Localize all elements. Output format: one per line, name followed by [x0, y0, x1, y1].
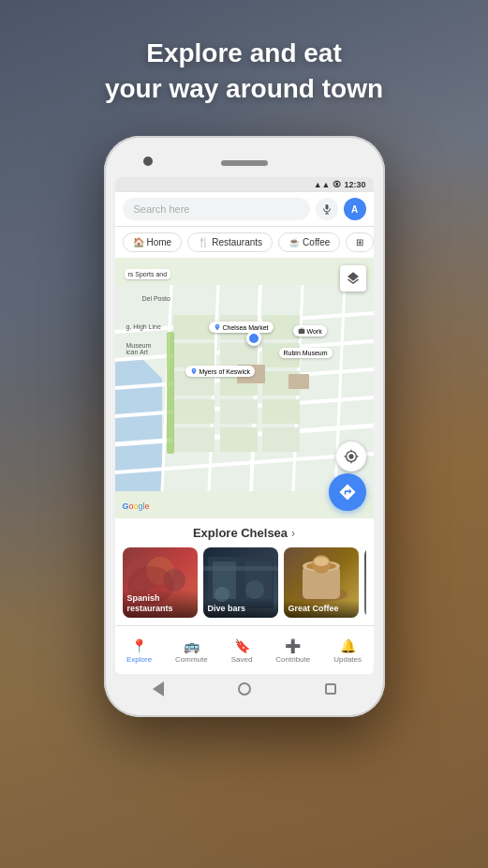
svg-rect-39: [203, 566, 278, 571]
layers-button[interactable]: [340, 265, 366, 292]
saved-nav-icon: 🔖: [234, 638, 250, 653]
contribute-nav-icon: ➕: [285, 638, 301, 653]
location-button[interactable]: [336, 441, 366, 471]
saved-nav-label: Saved: [231, 655, 253, 664]
search-placeholder: Search here: [134, 203, 190, 215]
svg-rect-23: [173, 399, 214, 424]
bottom-nav: 📍 Explore 🚌 Commute 🔖 Saved ➕ Contribute…: [115, 625, 374, 674]
updates-nav-icon: 🔔: [340, 638, 356, 653]
myers-label: Myers of Keswick: [185, 366, 255, 377]
go-button[interactable]: [329, 473, 366, 511]
more-chip-icon: ⊞: [356, 237, 363, 247]
card-spanish-label: Spanish restaurants: [123, 590, 198, 618]
nav-saved[interactable]: 🔖 Saved: [231, 638, 253, 664]
card-divebars-label: Dive bars: [203, 600, 278, 618]
headline: Explore and eat your way around town: [0, 36, 488, 107]
explore-nav-icon: 📍: [131, 638, 147, 653]
rubin-museum-label: Rubin Museum: [279, 348, 333, 358]
restaurants-chip-icon: 🍴: [198, 237, 209, 247]
phone-top: [115, 153, 374, 173]
status-bar: ▲▲ ⦿ 12:30: [115, 177, 374, 192]
coffee-chip-icon: ☕: [288, 237, 300, 247]
contribute-nav-label: Contribute: [275, 655, 310, 664]
svg-rect-27: [220, 427, 258, 452]
card-coffee-label: Great Coffee: [284, 600, 359, 618]
explore-chevron[interactable]: ›: [291, 527, 295, 540]
nav-updates[interactable]: 🔔 Updates: [333, 638, 362, 664]
signal-icon: ▲▲: [314, 180, 331, 189]
phone-camera: [143, 157, 153, 166]
chip-more[interactable]: ⊞: [346, 232, 373, 252]
map-area[interactable]: rs Sports and Del Posto g, High Line Mus…: [115, 258, 374, 518]
phone-speaker: [221, 160, 268, 166]
phone-bottom-nav: [115, 674, 374, 700]
chelsea-market-text: Chelsea Market: [223, 324, 269, 331]
svg-rect-24: [220, 399, 258, 424]
nav-contribute[interactable]: ➕ Contribute: [275, 638, 310, 664]
museum-label: Museumican Art: [123, 340, 155, 357]
svg-rect-0: [325, 204, 328, 210]
chelsea-market-label: Chelsea Market: [209, 322, 274, 333]
card-spanish-restaurants[interactable]: Spanish restaurants: [123, 547, 198, 618]
work-text: Work: [307, 328, 322, 335]
back-icon: [153, 681, 164, 696]
commute-nav-label: Commute: [175, 655, 208, 664]
chip-home-label: Home: [147, 237, 172, 247]
explore-section: Explore Chelsea › Spa: [115, 518, 374, 625]
chip-coffee-label: Coffee: [303, 237, 330, 247]
work-label: Work: [293, 325, 327, 337]
user-location-pin: [246, 331, 261, 346]
status-icons: ▲▲ ⦿ 12:30: [314, 180, 366, 189]
phone-frame: ▲▲ ⦿ 12:30 Search here A 🏠: [104, 136, 385, 717]
svg-rect-17: [220, 343, 258, 367]
card-more[interactable]: [364, 547, 366, 618]
explore-cards: Spanish restaurants Dive: [123, 547, 366, 618]
map-label-top: rs Sports and: [125, 269, 171, 279]
chip-home[interactable]: 🏠 Home: [123, 232, 183, 252]
explore-header: Explore Chelsea ›: [123, 526, 366, 540]
user-avatar[interactable]: A: [344, 198, 366, 220]
svg-rect-25: [262, 399, 300, 424]
svg-point-47: [314, 557, 329, 566]
google-watermark: Google: [123, 501, 150, 511]
explore-title: Explore Chelsea: [193, 526, 288, 540]
search-bar: Search here A: [115, 192, 374, 227]
home-button[interactable]: [236, 681, 253, 697]
headline-line2: your way around town: [0, 71, 488, 107]
nav-explore[interactable]: 📍 Explore: [126, 638, 152, 664]
svg-rect-26: [173, 427, 214, 452]
recents-icon: [325, 683, 336, 695]
search-input[interactable]: Search here: [123, 198, 310, 220]
explore-nav-label: Explore: [126, 655, 152, 664]
back-button[interactable]: [150, 681, 167, 697]
svg-rect-31: [288, 374, 309, 389]
recents-button[interactable]: [322, 681, 339, 697]
mic-button[interactable]: [316, 198, 338, 220]
nav-commute[interactable]: 🚌 Commute: [175, 638, 208, 664]
chip-restaurants-label: Restaurants: [212, 237, 262, 247]
svg-point-41: [245, 580, 264, 599]
chip-restaurants[interactable]: 🍴 Restaurants: [187, 232, 273, 252]
wifi-icon: ⦿: [333, 180, 341, 189]
home-chip-icon: 🏠: [133, 237, 144, 247]
filter-chips: 🏠 Home 🍴 Restaurants ☕ Coffee ⊞: [115, 227, 374, 258]
time-display: 12:30: [344, 180, 365, 189]
high-line-label: g, High Line: [123, 322, 165, 332]
del-posto-label: Del Posto: [139, 293, 174, 304]
svg-rect-29: [167, 332, 174, 454]
home-icon: [238, 682, 251, 696]
card-dive-bars[interactable]: Dive bars: [203, 547, 278, 618]
chip-coffee[interactable]: ☕ Coffee: [278, 232, 340, 252]
headline-line1: Explore and eat: [0, 36, 488, 71]
svg-rect-15: [173, 343, 214, 367]
svg-rect-28: [262, 427, 300, 452]
updates-nav-label: Updates: [333, 655, 362, 664]
card-coffee[interactable]: Great Coffee: [284, 547, 359, 618]
phone-screen: ▲▲ ⦿ 12:30 Search here A 🏠: [115, 177, 374, 674]
commute-nav-icon: 🚌: [184, 638, 200, 653]
